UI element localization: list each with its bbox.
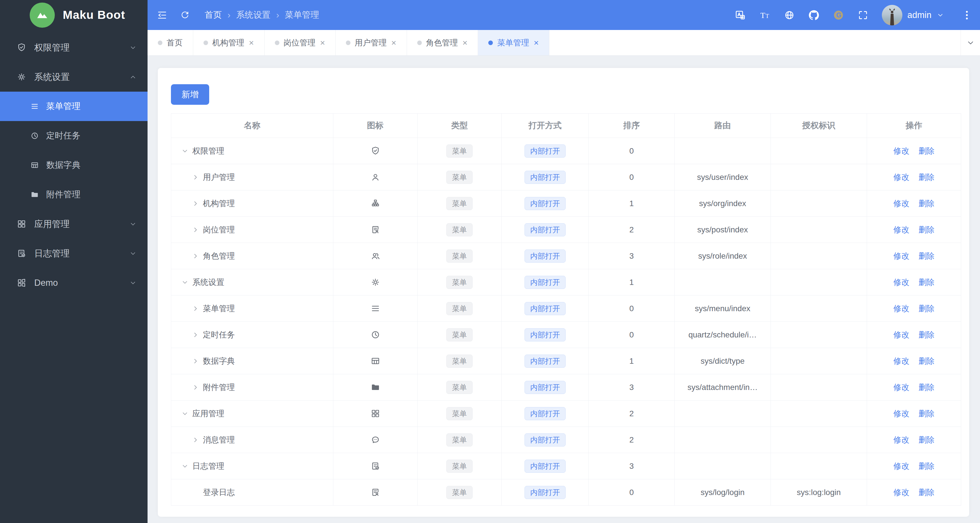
- tab-1[interactable]: 机构管理×: [193, 30, 264, 56]
- delete-link[interactable]: 删除: [919, 461, 935, 472]
- delete-link[interactable]: 删除: [919, 250, 935, 262]
- tab-close-icon[interactable]: ×: [463, 38, 468, 47]
- tab-5[interactable]: 菜单管理×: [478, 30, 549, 56]
- name-cell-content: 机构管理: [171, 198, 333, 209]
- tab-close-icon[interactable]: ×: [320, 38, 325, 47]
- row-actions: 修改删除: [894, 277, 935, 288]
- chevron-down-icon[interactable]: [181, 410, 189, 417]
- tab-3[interactable]: 用户管理×: [336, 30, 407, 56]
- sort-cell: 1: [589, 190, 675, 217]
- breadcrumb-home[interactable]: 首页: [205, 9, 222, 21]
- edit-link[interactable]: 修改: [894, 408, 910, 419]
- chevron-right-icon[interactable]: [192, 331, 199, 339]
- tab-4[interactable]: 角色管理×: [407, 30, 478, 56]
- chevron-right-icon[interactable]: [192, 200, 199, 207]
- edit-link[interactable]: 修改: [894, 172, 910, 183]
- tab-2[interactable]: 岗位管理×: [264, 30, 336, 56]
- tab-0[interactable]: 首页: [148, 30, 193, 56]
- chevron-right-icon[interactable]: [192, 436, 199, 444]
- chevron-right-icon[interactable]: [192, 305, 199, 312]
- route-cell: [675, 400, 771, 427]
- gitee-icon[interactable]: [833, 10, 844, 21]
- table-row: 应用管理菜单内部打开2修改删除: [171, 400, 961, 427]
- table-row: 日志管理菜单内部打开3修改删除: [171, 453, 961, 479]
- fullscreen-icon[interactable]: [857, 10, 869, 21]
- tab-close-icon[interactable]: ×: [534, 38, 539, 47]
- delete-link[interactable]: 删除: [919, 277, 935, 288]
- type-tag: 菜单: [446, 328, 473, 341]
- delete-link[interactable]: 删除: [919, 303, 935, 314]
- add-button[interactable]: 新增: [171, 84, 209, 105]
- delete-link[interactable]: 删除: [919, 225, 935, 235]
- github-icon[interactable]: [808, 10, 819, 21]
- edit-link[interactable]: 修改: [894, 277, 910, 288]
- delete-link[interactable]: 删除: [919, 356, 935, 367]
- edit-link[interactable]: 修改: [894, 145, 910, 156]
- refresh-icon: [180, 10, 190, 20]
- sidebar-item-2[interactable]: 菜单管理: [0, 92, 148, 121]
- chevron-down-icon[interactable]: [181, 147, 189, 155]
- name-cell: 用户管理: [171, 164, 333, 190]
- type-tag: 菜单: [446, 171, 473, 184]
- delete-link[interactable]: 删除: [919, 382, 935, 393]
- user-menu[interactable]: admin: [882, 5, 944, 26]
- edit-link[interactable]: 修改: [894, 330, 910, 340]
- breadcrumb-separator: ›: [276, 10, 279, 20]
- edit-link[interactable]: 修改: [894, 250, 910, 262]
- sidebar-item-5[interactable]: 附件管理: [0, 180, 148, 209]
- chevron-right-icon[interactable]: [192, 357, 199, 365]
- chevron-down-icon[interactable]: [181, 279, 189, 286]
- refresh-button[interactable]: [180, 10, 190, 20]
- sidebar-item-6[interactable]: 应用管理: [0, 209, 148, 239]
- chevron-right-icon[interactable]: [192, 252, 199, 260]
- name-cell: 权限管理: [171, 138, 333, 164]
- sort-cell: 3: [589, 374, 675, 400]
- name-cell: 系统设置: [171, 269, 333, 295]
- delete-link[interactable]: 删除: [919, 172, 935, 183]
- delete-link[interactable]: 删除: [919, 408, 935, 419]
- tabs-dropdown-button[interactable]: [961, 30, 980, 56]
- chevron-right-icon[interactable]: [192, 174, 199, 181]
- tab-close-icon[interactable]: ×: [249, 38, 254, 47]
- type-tag: 菜单: [446, 355, 473, 368]
- type-tag: 菜单: [446, 302, 473, 315]
- delete-link[interactable]: 删除: [919, 487, 935, 498]
- delete-link[interactable]: 删除: [919, 145, 935, 156]
- more-options-button[interactable]: [961, 10, 972, 21]
- sidebar-item-0[interactable]: 权限管理: [0, 33, 148, 62]
- sidebar-item-1[interactable]: 系统设置: [0, 62, 148, 92]
- sidebar-item-4[interactable]: 数据字典: [0, 150, 148, 180]
- edit-link[interactable]: 修改: [894, 356, 910, 367]
- delete-link[interactable]: 删除: [919, 330, 935, 340]
- route-value: sys/post/index: [697, 225, 748, 234]
- delete-link[interactable]: 删除: [919, 435, 935, 445]
- chevron-right-icon[interactable]: [192, 226, 199, 234]
- row-actions: 修改删除: [894, 172, 935, 183]
- delete-link[interactable]: 删除: [919, 198, 935, 209]
- icon-cell: [333, 479, 417, 505]
- translate-icon[interactable]: [735, 10, 746, 21]
- column-header: 操作: [867, 113, 961, 138]
- sidebar-item-7[interactable]: 日志管理: [0, 239, 148, 268]
- open-mode-cell: 内部打开: [502, 190, 589, 217]
- sidebar-item-3[interactable]: 定时任务: [0, 121, 148, 150]
- chevron-right-icon[interactable]: [192, 384, 199, 391]
- edit-link[interactable]: 修改: [894, 198, 910, 209]
- clock-icon: [371, 330, 380, 340]
- table-row: 用户管理菜单内部打开0sys/user/index修改删除: [171, 164, 961, 190]
- sidebar-menu: 权限管理系统设置菜单管理定时任务数据字典附件管理应用管理日志管理Demo: [0, 30, 148, 298]
- chevron-down-icon[interactable]: [181, 462, 189, 470]
- font-size-icon[interactable]: [759, 10, 770, 21]
- edit-link[interactable]: 修改: [894, 225, 910, 235]
- tab-close-icon[interactable]: ×: [391, 38, 396, 47]
- edit-link[interactable]: 修改: [894, 435, 910, 445]
- edit-link[interactable]: 修改: [894, 487, 910, 498]
- collapse-sidebar-button[interactable]: [157, 10, 167, 21]
- edit-link[interactable]: 修改: [894, 461, 910, 472]
- sidebar-item-8[interactable]: Demo: [0, 268, 148, 298]
- edit-link[interactable]: 修改: [894, 303, 910, 314]
- globe-icon[interactable]: [784, 10, 795, 21]
- edit-link[interactable]: 修改: [894, 382, 910, 393]
- menu-name: 权限管理: [192, 145, 224, 156]
- menu-fold-icon: [157, 10, 167, 21]
